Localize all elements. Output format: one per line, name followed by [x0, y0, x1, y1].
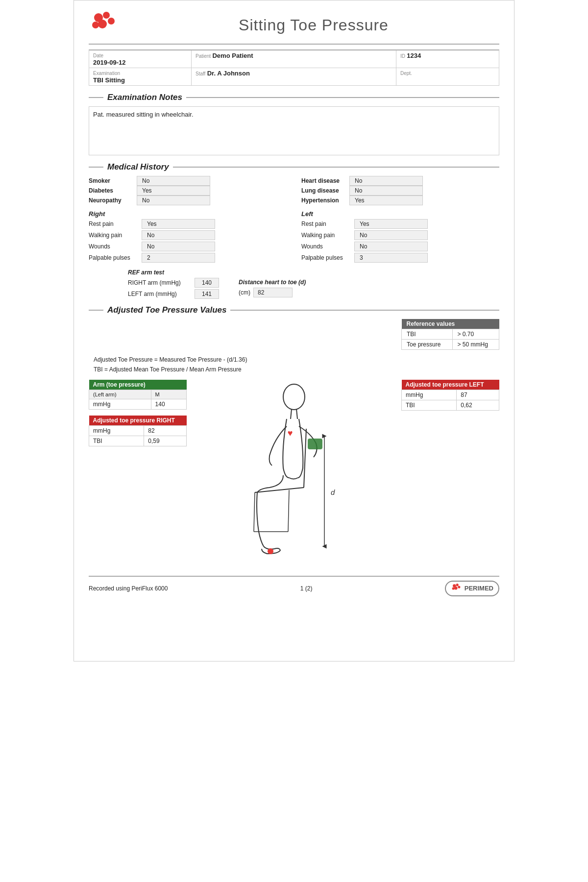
- ref-tbi-row: TBI > 0.70: [402, 329, 499, 340]
- hypertension-value: Yes: [349, 196, 423, 205]
- arm-pressure-row-value: 140: [151, 399, 186, 409]
- svg-point-17: [268, 548, 273, 554]
- hypertension-label: Hypertension: [301, 197, 345, 204]
- left-palpable-row: Palpable pulses 3: [301, 253, 499, 263]
- adj-right-mmhg-row: mmHg 82: [89, 425, 187, 436]
- adj-toe-section-header: Adjusted Toe Pressure Values: [89, 305, 499, 315]
- heart-value: No: [349, 176, 423, 186]
- staff-value: Dr. A Johnson: [207, 70, 250, 77]
- date-cell: Date 2019-09-12: [89, 50, 192, 68]
- distance-row: (cm) 82: [239, 288, 306, 297]
- dept-label: Dept.: [400, 71, 412, 76]
- right-arm-value: 140: [195, 278, 219, 288]
- footer-logo: PERIMED: [445, 581, 499, 596]
- page: Sitting Toe Pressure Date 2019-09-12 Pat…: [74, 0, 514, 662]
- svg-line-7: [296, 409, 297, 419]
- right-walking-pain-label: Walking pain: [89, 232, 138, 239]
- distance-block: Distance heart to toe (d) (cm) 82: [239, 279, 306, 297]
- arm-pressure-title: Arm (toe pressure): [89, 380, 187, 390]
- right-side: Right Rest pain Yes Walking pain No Woun…: [89, 210, 287, 264]
- staff-label: Staff: [196, 71, 205, 76]
- dept-cell: Dept.: [396, 68, 499, 85]
- adj-toe-title: Adjusted Toe Pressure Values: [107, 305, 226, 315]
- svg-point-19: [456, 584, 458, 586]
- left-palpable-value: 3: [354, 253, 428, 263]
- med-history-title: Medical History: [107, 162, 169, 172]
- adj-right-mmhg-value: 82: [144, 425, 187, 436]
- exam-notes-section-header: Examination Notes: [89, 93, 499, 102]
- svg-point-22: [454, 587, 458, 590]
- heart-label: Heart disease: [301, 177, 345, 184]
- svg-point-20: [458, 586, 460, 588]
- exam-cell: Examination TBI Sitting: [89, 68, 192, 85]
- svg-rect-14: [308, 439, 322, 449]
- arm-pressure-data-row: mmHg 140: [89, 399, 187, 409]
- right-boxes: Adjusted toe pressure LEFT mmHg 87 TBI 0…: [401, 380, 499, 411]
- arm-pressure-row-label: mmHg: [89, 399, 151, 409]
- svg-line-11: [288, 490, 289, 532]
- staff-cell: Staff Dr. A Johnson: [192, 68, 396, 85]
- right-palpable-value: 2: [142, 253, 215, 263]
- svg-point-21: [452, 587, 454, 589]
- exam-value: TBI Sitting: [93, 76, 125, 84]
- smoker-value: No: [137, 176, 210, 186]
- exam-notes-text: Pat. measured sitting in wheelchair.: [93, 111, 194, 118]
- adj-left-tbi-value: 0,62: [457, 400, 499, 410]
- footer-page-text: 1 (2): [300, 585, 313, 592]
- left-walking-pain-row: Walking pain No: [301, 230, 499, 240]
- footer-perimed-icon: [451, 583, 462, 594]
- left-walking-pain-label: Walking pain: [301, 232, 350, 239]
- right-rest-pain-label: Rest pain: [89, 220, 138, 227]
- date-value: 2019-09-12: [93, 59, 126, 66]
- distance-value: 82: [253, 288, 293, 297]
- right-side-header: Right: [89, 210, 287, 218]
- right-rest-pain-row: Rest pain Yes: [89, 219, 287, 229]
- footer: Recorded using PeriFlux 6000 1 (2) PERIM…: [89, 576, 499, 596]
- right-palpable-label: Palpable pulses: [89, 254, 138, 261]
- exam-notes-title: Examination Notes: [107, 93, 182, 102]
- ref-values-table: Reference values TBI > 0.70 Toe pressure…: [401, 319, 499, 350]
- adj-left-mmhg-label: mmHg: [402, 390, 457, 400]
- med-row-neuropathy: Neuropathy No: [89, 196, 287, 205]
- patient-name-cell: Patient Demo Patient: [192, 50, 396, 68]
- med-row-heart: Heart disease No: [301, 176, 499, 186]
- diagram-center: ♥ d: [196, 380, 392, 566]
- ref-arm-block: REF arm test RIGHT arm (mmHg) 140 LEFT a…: [128, 269, 219, 300]
- lung-label: Lung disease: [301, 187, 345, 194]
- adj-right-title: Adjusted toe pressure RIGHT: [89, 416, 187, 426]
- ref-toe-pressure-label: Toe pressure: [402, 340, 453, 350]
- exam-label: Examination: [93, 71, 120, 76]
- left-side: Left Rest pain Yes Walking pain No Wound…: [301, 210, 499, 264]
- left-wounds-label: Wounds: [301, 243, 350, 250]
- patient-label: Patient: [196, 53, 211, 59]
- adj-left-mmhg-row: mmHg 87: [402, 390, 499, 400]
- page-title: Sitting Toe Pressure: [128, 16, 499, 34]
- ref-toe-pressure-row: Toe pressure > 50 mmHg: [402, 340, 499, 350]
- svg-line-8: [255, 488, 304, 492]
- right-walking-pain-value: No: [142, 230, 215, 240]
- right-arm-row: RIGHT arm (mmHg) 140: [128, 278, 219, 288]
- left-palpable-label: Palpable pulses: [301, 254, 350, 261]
- svg-text:♥: ♥: [288, 428, 293, 438]
- distance-title: Distance heart to toe (d): [239, 279, 306, 286]
- svg-line-10: [254, 492, 255, 532]
- adj-left-tbi-label: TBI: [402, 400, 457, 410]
- med-row-diabetes: Diabetes Yes: [89, 186, 287, 196]
- arm-pressure-table: Arm (toe pressure) (Left arm) M mmHg 140: [89, 380, 187, 410]
- ref-tbi-value: > 0.70: [452, 329, 499, 340]
- left-rest-pain-label: Rest pain: [301, 220, 350, 227]
- neuropathy-value: No: [137, 196, 210, 205]
- date-label: Date: [93, 53, 103, 58]
- id-cell: ID 1234: [396, 50, 499, 68]
- sides-container: Right Rest pain Yes Walking pain No Woun…: [89, 210, 499, 264]
- ref-values-container: Reference values TBI > 0.70 Toe pressure…: [89, 319, 499, 350]
- svg-point-4: [98, 20, 107, 28]
- patient-info: Date 2019-09-12 Patient Demo Patient ID …: [89, 49, 499, 86]
- diagram-area: Arm (toe pressure) (Left arm) M mmHg 140: [89, 380, 499, 566]
- left-wounds-row: Wounds No: [301, 242, 499, 251]
- right-arm-label: RIGHT arm (mmHg): [128, 279, 192, 286]
- adj-right-tbi-value: 0,59: [144, 436, 187, 446]
- footer-brand-box: PERIMED: [445, 581, 499, 596]
- body-diagram: ♥ d: [240, 380, 348, 566]
- svg-point-5: [283, 384, 305, 410]
